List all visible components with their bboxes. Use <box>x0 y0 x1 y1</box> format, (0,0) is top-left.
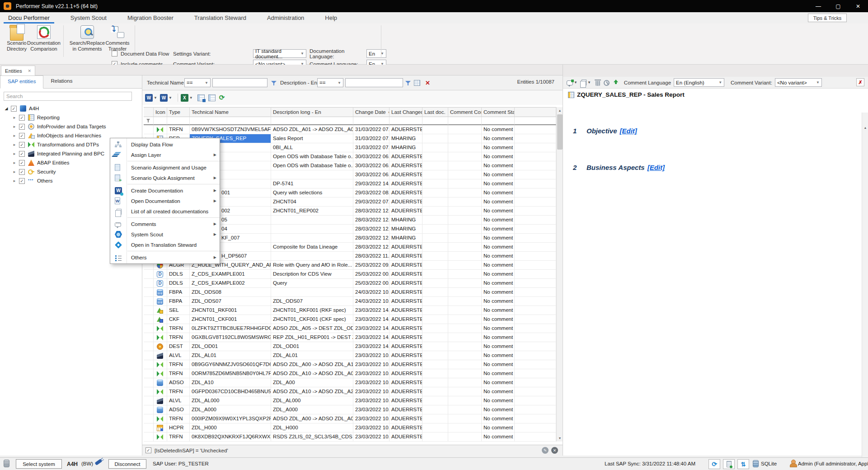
scroll-up-icon[interactable] <box>862 124 868 131</box>
menu-tab-administration[interactable]: Administration <box>261 13 310 24</box>
table-row[interactable]: TRFN000IPZM09X9W0X1YPL3SQXP2FADSO ZDL_A0… <box>144 414 556 423</box>
comment-variant-select[interactable]: <No variant>▼ <box>775 78 822 87</box>
tree-checkbox[interactable] <box>19 178 25 184</box>
menu-item-open-documentation[interactable]: Open Documentation▶ <box>110 196 220 206</box>
collapse-icon[interactable]: ◢ <box>4 106 9 111</box>
checkbox-box[interactable] <box>112 51 117 56</box>
scroll-up-icon[interactable] <box>557 107 563 114</box>
column-header-last-doc[interactable]: Last doc. <box>422 107 448 117</box>
edit-filter-icon[interactable]: ✎ <box>542 447 549 454</box>
close-icon[interactable]: ✕ <box>848 0 868 12</box>
menu-item-system-scout[interactable]: System Scout▶ <box>110 229 220 240</box>
menu-item-comments[interactable]: Comments▶ <box>110 219 220 229</box>
column-header-technical-name[interactable]: Technical Name <box>190 107 271 117</box>
tree-checkbox[interactable] <box>19 151 25 157</box>
column-header-comment-status[interactable]: Comment Status <box>482 107 515 117</box>
expand-icon[interactable]: ▸ <box>12 169 17 174</box>
footer-filter-checkbox[interactable] <box>145 447 151 453</box>
delete-comment-icon[interactable] <box>596 81 600 86</box>
select-system-button[interactable]: Select system <box>16 459 62 469</box>
copy-comment-icon[interactable] <box>582 80 586 85</box>
tree-checkbox[interactable] <box>11 106 17 112</box>
tree-checkbox[interactable] <box>19 142 25 148</box>
tree-checkbox[interactable] <box>19 115 25 121</box>
table-row[interactable]: TRFN0GXBLGV8T192CL8W0SMSWRGFREP ZDL_H01_… <box>144 333 556 342</box>
filter-operator-select[interactable]: ==▼ <box>317 78 343 87</box>
menu-item-scenario-quick-assignment[interactable]: Scenario Quick Assignment▶ <box>110 173 220 183</box>
grid-filter-row[interactable] <box>144 117 556 125</box>
row-filter-cell[interactable] <box>389 117 422 125</box>
tips-tricks-button[interactable]: Tips & Tricks <box>808 14 847 22</box>
menu-tab-translation-steward[interactable]: Translation Steward <box>188 13 253 24</box>
expand-icon[interactable]: ▸ <box>12 142 17 147</box>
filter-operator-select[interactable]: ==▼ <box>184 78 211 87</box>
table-row[interactable]: SELZHCNT01_RKF001ZHCNT01_RKF001 (RKF spe… <box>144 306 556 315</box>
comment-language-select[interactable]: En (English)▼ <box>674 78 724 87</box>
maximize-icon[interactable]: ▢ <box>828 0 848 12</box>
tree-item-infoprovider-and-data-targets[interactable]: ▸InfoProvider and Data Targets <box>0 122 142 131</box>
menu-tab-help[interactable]: Help <box>319 13 343 24</box>
column-header-description-long-en[interactable]: Description long - En <box>271 107 353 117</box>
table-row[interactable]: DDLSZ_CDS_EXAMPLE001Description for CDS … <box>144 270 556 279</box>
row-filter-cell[interactable] <box>154 117 167 125</box>
menu-tab-docu-performer[interactable]: Docu Performer <box>2 13 56 24</box>
column-header-icon[interactable]: Icon <box>154 107 167 117</box>
minimize-icon[interactable]: — <box>808 0 828 12</box>
table-row[interactable]: ALVLZDL_AL000ZDL_AL00023/03/2022 10...AD… <box>144 396 556 405</box>
filter-editor-icon[interactable] <box>413 79 421 87</box>
column-header-change-date[interactable]: Change Date▼ <box>353 107 389 117</box>
search-input[interactable] <box>4 92 132 101</box>
menu-item-open-in-translation-steward[interactable]: Open in Translation Steward <box>110 240 220 250</box>
table-row[interactable]: FBPAZDL_ODS0824/03/2022 10...ADUERRSTEIN… <box>144 288 556 297</box>
table-row[interactable]: ALVLZDL_AL01ZDL_AL0123/03/2022 10...ADUE… <box>144 351 556 360</box>
sync-refresh-button[interactable]: ⟳ <box>708 459 720 469</box>
table-row[interactable]: ADSOZDL_A000ZDL_A00023/03/2022 10...ADUE… <box>144 405 556 414</box>
search-replace-comments-button[interactable]: Search/Replace in Comments <box>67 25 108 52</box>
tab-relations[interactable]: Relations <box>43 75 80 88</box>
menu-item-assign-layer[interactable]: Assign Layer▶ <box>110 150 220 160</box>
tab-sap-entities[interactable]: SAP entities <box>0 75 43 89</box>
expand-icon[interactable]: ▸ <box>12 115 17 120</box>
table-row[interactable]: CKFZHCNT01_CKF001ZHCNT01_CKF001 (CKF spe… <box>144 315 556 324</box>
tree-item-a4h[interactable]: ◢A4H <box>0 104 142 113</box>
row-filter-cell[interactable] <box>271 117 353 125</box>
row-filter-cell[interactable] <box>190 117 271 125</box>
column-header-comment-conf[interactable]: Comment Conf... <box>448 107 482 117</box>
table-row[interactable]: DESTZDL_OD01ZDL_OD0123/03/2022 14...ADUE… <box>144 342 556 351</box>
tree-checkbox[interactable] <box>19 124 25 130</box>
scroll-down-icon[interactable] <box>557 435 563 442</box>
table-row[interactable]: HCPRZDL_H000ZDL_H00023/03/2022 10...ADUE… <box>144 423 556 432</box>
table-row[interactable]: TRFN0K8XDB92QXNKRXF1JQ6RXWX8RSDS Z2LIS_0… <box>144 432 556 442</box>
align-button[interactable]: ⇅ <box>737 459 749 469</box>
funnel-icon[interactable] <box>404 79 412 87</box>
save-grid-layout-icon[interactable] <box>197 94 205 101</box>
tab-entities[interactable]: Entities <box>1 66 35 75</box>
clear-filter-icon[interactable]: ✕ <box>423 79 432 87</box>
refresh-icon[interactable]: ⟳ <box>219 94 225 102</box>
expand-icon[interactable]: ▸ <box>12 133 17 138</box>
menu-tab-migration-booster[interactable]: Migration Booster <box>121 13 180 24</box>
expand-icon[interactable]: ▸ <box>12 124 17 129</box>
column-header-last-changed[interactable]: Last Changed... <box>389 107 422 117</box>
menu-item-others[interactable]: Others▶ <box>110 252 220 263</box>
table-row[interactable]: TRFN0LZFKT9ZTTBC8UEE7RHHGFDGFADSO ZDL_A0… <box>144 324 556 333</box>
scrollbar-thumb[interactable] <box>557 114 563 150</box>
select-documentation-language[interactable]: En▼ <box>366 49 386 58</box>
edit-business-aspects-link[interactable]: [Edit] <box>647 164 665 171</box>
menu-item-create-documentation[interactable]: Create Documentation▶ <box>110 185 220 196</box>
table-row[interactable]: TRFN0B9VW7KSHOSDTZN3VMEL5AF4ADSO ZDL_A01… <box>144 125 556 134</box>
menu-item-display-data-flow[interactable]: Display Data Flow <box>110 139 220 150</box>
close-comment-panel-icon[interactable]: ✗ <box>856 78 864 86</box>
grid-vertical-scrollbar[interactable] <box>556 107 563 442</box>
table-row[interactable]: FBPAZDL_ODS07ZDL_ODS0724/03/2022 10...AD… <box>144 297 556 306</box>
history-icon[interactable] <box>604 80 610 86</box>
menu-item-list-of-all-created-documentations[interactable]: List of all created documentations <box>110 206 220 216</box>
documentation-comparison-button[interactable]: Documentation Comparison <box>27 25 61 52</box>
row-filter-cell[interactable] <box>422 117 448 125</box>
grid-layout-icon[interactable] <box>208 94 216 101</box>
table-row[interactable]: TRFN0ORM785ZD6M5NB5NB0Y0HL7FADSO ZDL_A10… <box>144 369 556 378</box>
tab-close-icon[interactable] <box>28 69 31 73</box>
column-header-type[interactable]: Type <box>167 107 190 117</box>
row-filter-cell[interactable] <box>167 117 190 125</box>
tree-checkbox[interactable] <box>19 169 25 175</box>
